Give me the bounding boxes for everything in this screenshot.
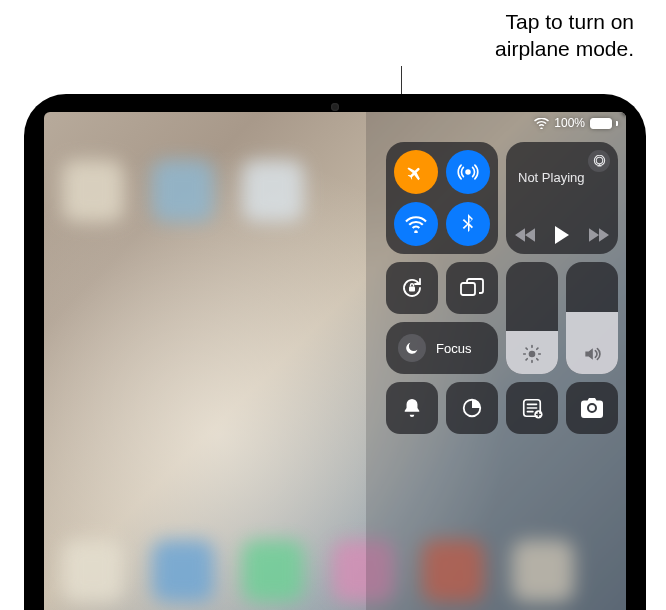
wifi-icon — [405, 215, 427, 233]
brightness-slider[interactable] — [506, 262, 558, 374]
airdrop-button[interactable] — [446, 150, 490, 194]
timer-button[interactable] — [446, 382, 498, 434]
connectivity-panel — [386, 142, 498, 254]
ipad-screen: 100% — [44, 112, 626, 610]
svg-point-1 — [596, 157, 603, 164]
volume-icon — [566, 344, 618, 364]
status-bar: 100% — [534, 116, 618, 130]
svg-point-0 — [465, 169, 471, 175]
media-controls — [506, 226, 618, 244]
airplay-button[interactable] — [588, 150, 610, 172]
battery-percentage: 100% — [554, 116, 585, 130]
wifi-status-icon — [534, 118, 549, 129]
brightness-icon — [506, 344, 558, 364]
ipad-device-frame: 100% — [24, 94, 646, 610]
rewind-button[interactable] — [515, 228, 535, 242]
callout-line1: Tap to turn on — [495, 8, 634, 35]
airplay-icon — [593, 155, 606, 168]
timer-icon — [461, 397, 483, 419]
rotation-lock-icon — [399, 275, 425, 301]
quick-note-button[interactable] — [506, 382, 558, 434]
airdrop-icon — [457, 161, 479, 183]
note-icon — [521, 397, 543, 419]
fast-forward-button[interactable] — [589, 228, 609, 242]
svg-rect-3 — [409, 287, 415, 292]
media-panel[interactable]: Not Playing — [506, 142, 618, 254]
media-title: Not Playing — [518, 170, 608, 185]
rotation-lock-button[interactable] — [386, 262, 438, 314]
focus-label: Focus — [436, 341, 471, 356]
camera-button[interactable] — [566, 382, 618, 434]
airplane-mode-button[interactable] — [394, 150, 438, 194]
airplane-icon — [406, 162, 426, 182]
bluetooth-button[interactable] — [446, 202, 490, 246]
wallpaper-apps-row — [62, 160, 304, 222]
bluetooth-icon — [462, 214, 474, 234]
play-button[interactable] — [554, 226, 570, 244]
control-center: Not Playing — [384, 142, 618, 434]
screen-mirroring-button[interactable] — [446, 262, 498, 314]
callout-text: Tap to turn on airplane mode. — [495, 8, 634, 63]
focus-button[interactable]: Focus — [386, 322, 498, 374]
focus-moon-icon — [398, 334, 426, 362]
volume-slider[interactable] — [566, 262, 618, 374]
silent-mode-button[interactable] — [386, 382, 438, 434]
svg-rect-4 — [461, 283, 475, 295]
bell-icon — [402, 397, 422, 419]
callout-line2: airplane mode. — [495, 35, 634, 62]
screen-mirroring-icon — [459, 277, 485, 299]
camera-icon — [580, 398, 604, 418]
battery-icon — [590, 118, 612, 129]
wifi-button[interactable] — [394, 202, 438, 246]
front-camera — [331, 103, 339, 111]
svg-point-5 — [529, 351, 536, 358]
